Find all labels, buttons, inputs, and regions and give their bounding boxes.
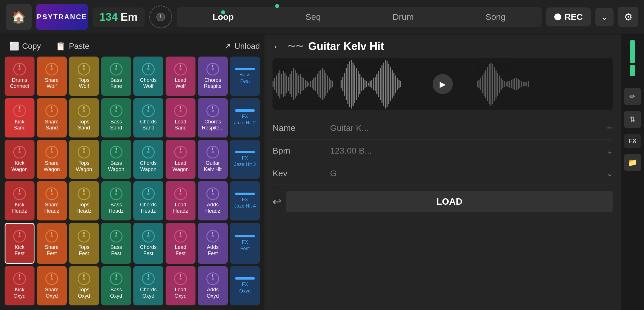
svg-rect-14 <box>296 73 298 96</box>
paste-button[interactable]: 📋 Paste <box>51 39 94 53</box>
cell-knob <box>174 230 187 243</box>
grid-cell[interactable]: BassSand <box>101 98 131 137</box>
grid-cell[interactable]: LeadWolf <box>166 57 195 96</box>
grid-cell[interactable]: SnareFest <box>37 223 67 264</box>
edit-button[interactable]: ✏ <box>624 88 641 105</box>
grid-cell[interactable]: TopsWolf <box>69 57 99 96</box>
svg-rect-75 <box>482 75 483 93</box>
grid-cell[interactable]: FXOxyd <box>230 266 260 305</box>
grid-cell[interactable]: TopsWagon <box>69 140 99 179</box>
grid-cell[interactable]: ChordsRespite <box>198 57 228 96</box>
unload-icon: ↗ <box>224 41 231 51</box>
grid-cell[interactable]: BassOxyd <box>101 266 131 305</box>
grid-cell[interactable]: AddsFest <box>198 223 228 264</box>
grid-cell[interactable]: TopsSand <box>69 98 99 137</box>
expand-button[interactable]: ⌄ <box>595 8 614 26</box>
settings-button[interactable]: ⚙ <box>618 7 638 27</box>
cell-knob <box>142 63 155 75</box>
grid-cell[interactable]: SnareHeadz <box>37 181 67 220</box>
top-bar: 🏠 PSYTRANCE 134 Em Loop Seq Drum Song RE… <box>0 0 644 34</box>
svg-rect-17 <box>302 77 303 91</box>
grid-cell[interactable]: AddsOxyd <box>198 266 228 305</box>
mixer-button[interactable]: ⇅ <box>624 111 641 128</box>
grid-cell[interactable]: LeadWagon <box>166 140 195 179</box>
svg-rect-99 <box>523 82 524 86</box>
folder-button[interactable]: 📁 <box>624 154 641 171</box>
grid-cell[interactable]: LeadSand <box>166 98 195 137</box>
copy-button[interactable]: ⬜ Copy <box>5 39 45 53</box>
grid-cell[interactable]: KickSand <box>5 98 34 137</box>
grid-cell[interactable]: AddsHeadz <box>198 181 228 220</box>
grid-cell[interactable]: BassFest <box>230 57 260 96</box>
back-button[interactable]: ← <box>273 40 283 53</box>
key-chevron[interactable]: ⌄ <box>606 169 613 178</box>
grid-cell[interactable]: ChordsFest <box>133 223 163 264</box>
grid-cell[interactable]: FXJaze Hit 2 <box>230 98 260 137</box>
rec-button[interactable]: REC <box>546 7 591 26</box>
load-button[interactable]: LOAD <box>286 191 613 212</box>
grid-cell[interactable]: LeadOxyd <box>166 266 195 305</box>
tab-song[interactable]: Song <box>474 9 517 25</box>
grid-cell[interactable]: SnareSand <box>37 98 67 137</box>
grid-cell[interactable]: TopsFest <box>69 223 99 264</box>
bpm-key-display[interactable]: 134 Em <box>93 7 145 27</box>
svg-rect-35 <box>332 81 333 87</box>
grid-cell[interactable]: BassHeadz <box>101 181 131 220</box>
grid-cell[interactable]: SnareWolf <box>37 57 67 96</box>
grid-cell[interactable]: GuitarKelv Hit <box>198 140 228 179</box>
svg-rect-27 <box>319 71 320 97</box>
grid-cell[interactable]: SnareOxyd <box>37 266 67 305</box>
svg-rect-82 <box>494 67 495 101</box>
grid-cell[interactable]: LeadFest <box>166 223 195 264</box>
grid-cell[interactable]: KickWagon <box>5 140 34 179</box>
grid-cell[interactable]: BassFest <box>101 223 131 264</box>
grid-cell[interactable]: KickHeadz <box>5 181 34 220</box>
cell-label: SnareOxyd <box>45 287 59 299</box>
grid-cell[interactable]: DrumsConnect <box>5 57 34 96</box>
tab-drum[interactable]: Drum <box>381 9 425 25</box>
svg-rect-96 <box>518 79 519 89</box>
grid-cell[interactable]: TopsHeadz <box>69 181 99 220</box>
grid-cell[interactable]: TopsOxyd <box>69 266 99 305</box>
grid-cell[interactable]: ChordsWolf <box>133 57 163 96</box>
unload-button[interactable]: ↗ Unload <box>224 41 260 51</box>
grid-cell[interactable]: ChordsSand <box>133 98 163 137</box>
grid-cell[interactable]: FXFest <box>230 223 260 264</box>
main-layout: ⬜ Copy 📋 Paste ↗ Unload DrumsConnect <box>0 34 644 310</box>
svg-rect-15 <box>298 75 299 93</box>
svg-rect-48 <box>361 77 362 91</box>
fx-button[interactable]: FX <box>624 134 641 148</box>
grid-cell[interactable]: SnareWagon <box>37 140 67 179</box>
tab-seq[interactable]: Seq <box>294 9 332 25</box>
grid-cell[interactable]: FXJaze Hit 4 <box>230 181 260 220</box>
right-panel: ← 〜〜 Guitar Kelv Hit <box>264 34 621 310</box>
grid-cell[interactable]: KickFest <box>5 223 34 264</box>
name-edit-button[interactable]: ✏ <box>607 124 613 132</box>
cell-label: TopsFest <box>78 244 89 257</box>
key-label: Kev <box>273 168 330 178</box>
svg-rect-74 <box>480 78 481 90</box>
cell-label: KickWagon <box>12 160 28 173</box>
svg-rect-39 <box>346 68 347 100</box>
tab-loop[interactable]: Loop <box>201 9 245 25</box>
grid-cell[interactable]: ChordsHeadz <box>133 181 163 220</box>
grid-cell[interactable]: ChordsRespite... <box>198 98 228 137</box>
grid-cell[interactable]: ChordsWagon <box>133 140 163 179</box>
cell-label: ChordsSand <box>140 119 157 131</box>
grid-cell[interactable]: LeadHeadz <box>166 181 195 220</box>
grid-cell[interactable]: BassWagon <box>101 140 131 179</box>
cell-label: ChordsFest <box>140 244 157 257</box>
preset-tile[interactable]: PSYTRANCE <box>36 4 88 30</box>
home-button[interactable]: 🏠 <box>6 4 32 30</box>
grid-cell[interactable]: KickOxyd <box>5 266 34 305</box>
svg-rect-73 <box>478 80 480 88</box>
cell-label: SnareFest <box>45 244 59 257</box>
master-knob[interactable] <box>149 5 172 28</box>
grid-cell[interactable]: FXJaze Hit 3 <box>230 140 260 179</box>
grid-cell[interactable]: ChordsOxyd <box>133 266 163 305</box>
cell-label: FXFest <box>240 239 250 252</box>
play-button[interactable]: ▶ <box>433 74 453 94</box>
svg-rect-71 <box>400 81 401 87</box>
bpm-chevron[interactable]: ⌄ <box>606 146 613 156</box>
grid-cell[interactable]: BassFane <box>101 57 131 96</box>
